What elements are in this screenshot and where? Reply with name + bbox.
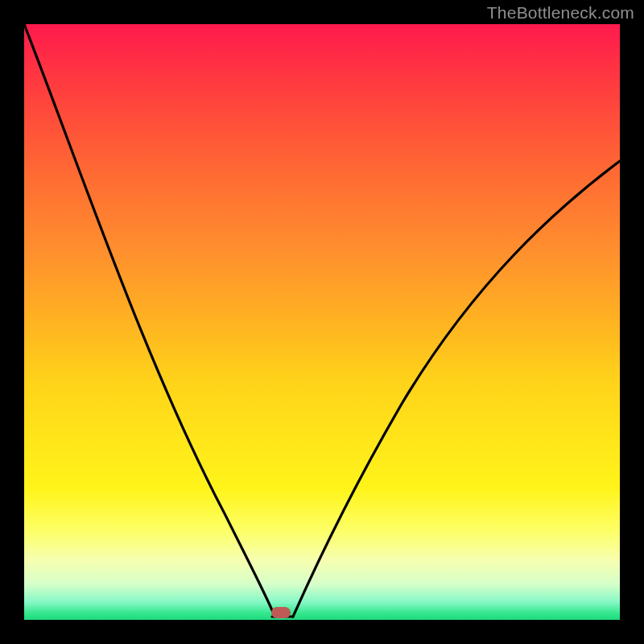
chart-frame: TheBottleneck.com xyxy=(0,0,644,644)
plot-area xyxy=(24,24,620,620)
curve-right-branch xyxy=(293,161,620,617)
curve-left-branch xyxy=(24,24,275,617)
bottleneck-curve xyxy=(24,24,620,620)
watermark-text: TheBottleneck.com xyxy=(487,3,634,23)
bottleneck-marker xyxy=(271,607,291,618)
